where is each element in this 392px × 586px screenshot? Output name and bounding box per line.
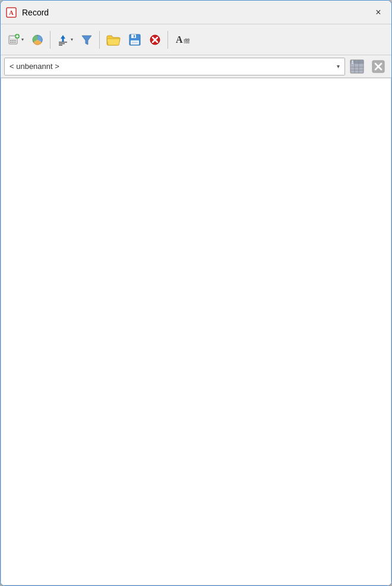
svg-point-40 [184,42,185,43]
calc-dropdown-arrow: ▾ [21,37,24,42]
svg-rect-6 [14,40,16,41]
toolbar: ▾ [1,24,391,55]
text-field-icon: A [174,33,191,46]
svg-marker-17 [61,35,65,39]
separator-2 [99,31,100,49]
chart-button[interactable] [28,29,47,51]
text-field-button[interactable]: A [171,29,194,51]
folder-open-icon [106,33,121,46]
sort-dropdown-arrow: ▾ [71,37,73,42]
separator-1 [50,31,50,49]
svg-point-48 [352,62,354,63]
svg-rect-25 [134,35,135,37]
delete-button[interactable] [146,29,165,51]
svg-rect-9 [14,42,16,43]
svg-text:A: A [176,34,183,45]
record-bar: < unbenannt > ▾ [1,55,391,78]
filter-button[interactable] [77,29,96,51]
sort-button[interactable]: ▾ [53,29,76,51]
close-window-button[interactable]: × [370,4,387,21]
record-select-text: < unbenannt > [10,62,337,71]
window-icon: A [5,7,17,18]
svg-text:A: A [9,9,14,16]
svg-rect-18 [62,39,64,42]
window-title: Record [22,8,370,17]
record-close-icon [372,60,385,73]
delete-x-icon [148,33,162,46]
table-grid-button[interactable] [347,58,366,75]
table-grid-icon [349,59,365,74]
chart-wheel-icon [31,33,44,46]
filter-icon [80,33,93,46]
svg-point-38 [184,39,185,40]
open-folder-button[interactable] [103,29,124,51]
svg-rect-4 [10,40,12,41]
svg-marker-22 [82,36,91,45]
svg-point-39 [184,40,185,42]
main-content-area [1,78,391,585]
svg-point-47 [352,60,353,61]
record-dropdown-arrow: ▾ [337,63,340,70]
svg-rect-8 [12,42,14,43]
record-select[interactable]: < unbenannt > ▾ [4,58,345,75]
record-close-button[interactable] [369,58,388,75]
save-floppy-icon [128,33,141,46]
main-window: A Record × ▾ [0,0,392,586]
separator-3 [167,31,168,49]
calculator-plus-icon [7,33,20,46]
svg-rect-27 [132,42,138,43]
sort-icon [56,33,69,46]
title-bar: A Record × [1,1,391,24]
add-calculator-button[interactable]: ▾ [4,29,27,51]
svg-rect-7 [10,42,12,43]
save-button[interactable] [125,29,144,51]
svg-rect-5 [12,40,14,41]
